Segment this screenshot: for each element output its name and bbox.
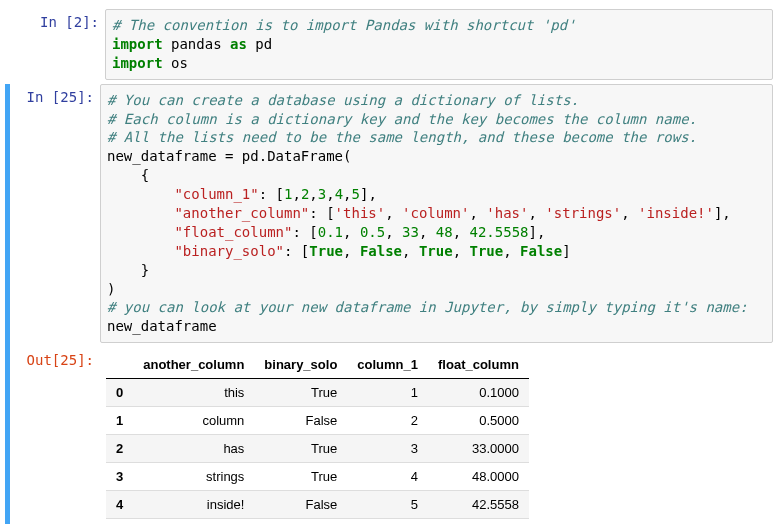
table-header [106,351,133,379]
table-cell: 2 [347,407,428,435]
table-cell: True [254,379,347,407]
code-text: new_dataframe [107,318,217,334]
code-text: : [ [309,205,334,221]
code-string: 'this' [335,205,386,221]
code-text [107,243,174,259]
code-bool: False [360,243,402,259]
code-string: 'column' [402,205,469,221]
table-cell: 0 [106,379,133,407]
code-text: , [343,224,360,240]
table-header: binary_solo [254,351,347,379]
code-text: ], [529,224,546,240]
code-bool: True [469,243,503,259]
code-text: , [469,205,486,221]
table-cell: 1 [106,407,133,435]
code-text: ] [562,243,570,259]
table-row: 2 has True 3 33.0000 [106,435,529,463]
table-cell: 5 [347,491,428,519]
code-number: 33 [402,224,419,240]
code-bool: True [309,243,343,259]
code-bool: False [520,243,562,259]
table-cell: has [133,435,254,463]
code-number: 4 [335,186,343,202]
code-keyword: import [112,36,163,52]
code-string: "binary_solo" [174,243,284,259]
table-cell: False [254,491,347,519]
code-number: 42.5558 [470,224,529,240]
code-text: ], [714,205,731,221]
code-text: : [ [284,243,309,259]
code-text: ) [107,281,115,297]
table-row: 3 strings True 4 48.0000 [106,463,529,491]
output-prompt: Out[25]: [10,347,100,524]
code-text: pd [247,36,272,52]
code-text [107,224,174,240]
code-number: 48 [436,224,453,240]
code-text: , [453,224,470,240]
code-comment: # The convention is to import Pandas wit… [112,17,576,33]
code-text [107,186,174,202]
table-cell: 2 [106,435,133,463]
input-prompt: In [2]: [10,9,105,80]
code-text: , [326,186,334,202]
code-text: ], [360,186,377,202]
code-keyword: as [230,36,247,52]
code-number: 0.1 [318,224,343,240]
code-text: , [621,205,638,221]
table-cell: 42.5558 [428,491,529,519]
table-cell: 0.5000 [428,407,529,435]
code-cell-2: In [25]: # You can create a database usi… [5,84,773,524]
table-cell: 0.1000 [428,379,529,407]
table-row: 0 this True 1 0.1000 [106,379,529,407]
code-text: , [385,205,402,221]
input-prompt: In [25]: [10,84,100,344]
code-string: "column_1" [174,186,258,202]
table-cell: 4 [347,463,428,491]
code-text: , [309,186,317,202]
code-string: "another_column" [174,205,309,221]
code-text: } [107,262,149,278]
code-comment: # You can create a database using a dict… [107,92,579,108]
table-cell: False [254,407,347,435]
code-text: pandas [163,36,230,52]
code-text: , [419,224,436,240]
table-cell: 3 [106,463,133,491]
code-text: , [343,186,351,202]
table-cell: 3 [347,435,428,463]
table-header: float_column [428,351,529,379]
code-string: 'has' [486,205,528,221]
code-bool: True [419,243,453,259]
code-string: 'inside!' [638,205,714,221]
code-number: 3 [318,186,326,202]
code-text: , [453,243,470,259]
code-text: , [402,243,419,259]
dataframe-table: another_column binary_solo column_1 floa… [106,351,529,519]
table-cell: 1 [347,379,428,407]
code-input[interactable]: # You can create a database using a dict… [100,84,773,344]
code-keyword: import [112,55,163,71]
table-header-row: another_column binary_solo column_1 floa… [106,351,529,379]
code-input[interactable]: # The convention is to import Pandas wit… [105,9,773,80]
table-row: 4 inside! False 5 42.5558 [106,491,529,519]
code-text: { [107,167,149,183]
code-text: , [292,186,300,202]
code-comment: # you can look at your new dataframe in … [107,299,748,315]
table-cell: column [133,407,254,435]
table-cell: this [133,379,254,407]
code-text: , [503,243,520,259]
code-comment: # Each column is a dictionary key and th… [107,111,697,127]
table-cell: 48.0000 [428,463,529,491]
code-comment: # All the lists need to be the same leng… [107,129,697,145]
code-string: 'strings' [545,205,621,221]
table-cell: True [254,463,347,491]
table-cell: inside! [133,491,254,519]
code-text: , [528,205,545,221]
code-text: , [385,224,402,240]
table-row: 1 column False 2 0.5000 [106,407,529,435]
table-cell: True [254,435,347,463]
code-text: : [ [292,224,317,240]
table-cell: strings [133,463,254,491]
table-cell: 33.0000 [428,435,529,463]
code-number: 5 [352,186,360,202]
code-text: : [ [259,186,284,202]
